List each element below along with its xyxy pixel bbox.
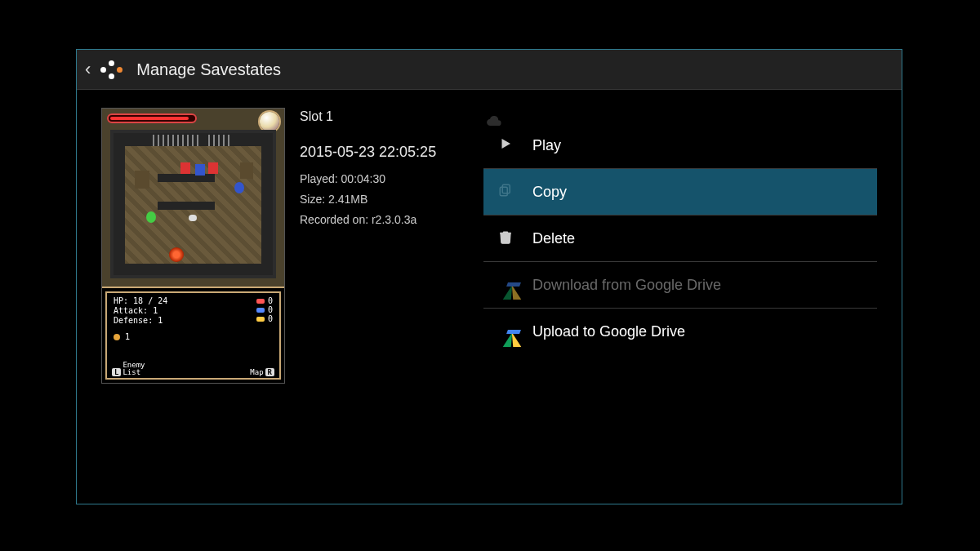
upload-drive-button[interactable]: Upload to Google Drive — [483, 309, 877, 355]
delete-label: Delete — [532, 230, 575, 247]
copy-button[interactable]: Copy — [483, 169, 877, 216]
play-button[interactable]: Play — [483, 122, 877, 169]
copy-icon — [495, 183, 516, 202]
key-red-icon — [256, 299, 265, 304]
key-yellow-icon — [256, 317, 265, 322]
game-bottom-screen: HP: 18 / 24 Attack: 1 Defense: 1 1 0 0 0… — [102, 287, 284, 383]
enemy-list-button: LEnemyList — [112, 362, 145, 376]
actions-list: Play Copy Delete Download from Google Dr… — [483, 122, 877, 384]
content-body: HP: 18 / 24 Attack: 1 Defense: 1 1 0 0 0… — [77, 90, 902, 402]
savestate-details: Slot 1 2015-05-23 22:05:25 Played: 00:04… — [300, 108, 436, 384]
savestate-timestamp: 2015-05-23 22:05:25 — [300, 142, 436, 162]
key-blue-count: 0 — [268, 305, 273, 314]
coin-count: 1 — [125, 332, 130, 341]
key-blue-icon — [256, 308, 265, 313]
coin-icon — [114, 334, 120, 340]
savestate-info: HP: 18 / 24 Attack: 1 Defense: 1 1 0 0 0… — [101, 108, 461, 384]
orb-icon — [260, 112, 279, 131]
copy-label: Copy — [532, 184, 567, 201]
stat-hp: HP: 18 / 24 — [114, 296, 167, 305]
key-yellow-count: 0 — [268, 314, 273, 323]
page-title: Manage Savestates — [136, 60, 281, 79]
header-bar: ‹ Manage Savestates — [77, 50, 902, 90]
savestate-screenshot[interactable]: HP: 18 / 24 Attack: 1 Defense: 1 1 0 0 0… — [101, 108, 285, 384]
keys-panel: 0 0 0 — [256, 296, 273, 323]
main-panel: ‹ Manage Savestates — [76, 49, 902, 504]
played-time: Played: 00:04:30 — [300, 171, 436, 187]
download-drive-label: Download from Google Drive — [532, 277, 721, 294]
map-button: MapR — [250, 368, 274, 376]
recorded-version: Recorded on: r2.3.0.3a — [300, 212, 436, 228]
play-icon — [495, 136, 516, 155]
file-size: Size: 2.41MB — [300, 192, 436, 207]
upload-drive-label: Upload to Google Drive — [532, 323, 685, 340]
hp-bar-icon — [107, 113, 197, 123]
cloud-status-icon — [487, 115, 501, 130]
stat-attack: Attack: 1 — [114, 306, 158, 315]
delete-button[interactable]: Delete — [483, 216, 877, 262]
svg-rect-2 — [500, 232, 511, 233]
dungeon-map-icon — [110, 130, 276, 278]
slot-label: Slot 1 — [300, 108, 436, 126]
download-drive-button[interactable]: Download from Google Drive — [483, 262, 877, 309]
svg-rect-0 — [502, 184, 510, 193]
game-top-screen — [102, 109, 284, 287]
back-button[interactable]: ‹ — [85, 59, 91, 80]
app-logo-icon — [99, 59, 123, 80]
stat-defense: Defense: 1 — [114, 316, 163, 325]
key-red-count: 0 — [268, 296, 273, 305]
play-label: Play — [532, 137, 561, 154]
svg-rect-1 — [500, 187, 507, 196]
trash-icon — [495, 229, 516, 249]
